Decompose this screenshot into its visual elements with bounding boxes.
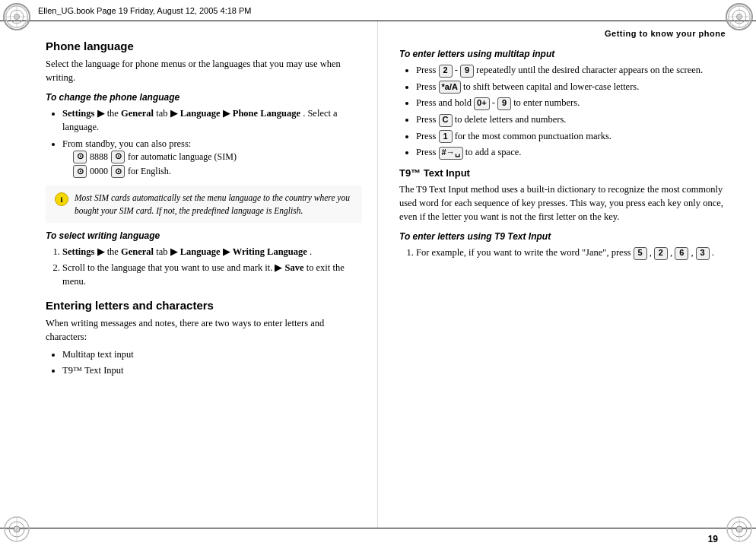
list-item: Press 1 for the most common punctuation …: [416, 129, 726, 144]
select-writing-list: Settings ▶ the General tab ▶ Language ▶ …: [53, 245, 362, 288]
key-6: 6: [675, 247, 688, 260]
standby-english: ⊙ 0000 ⊙ for English.: [73, 165, 362, 178]
key-ok-en: ⊙: [111, 165, 125, 178]
key-1: 1: [439, 130, 453, 143]
list-item: Press C to delete letters and numbers.: [416, 113, 726, 127]
t9-desc: The T9 Text Input method uses a built-in…: [399, 182, 726, 224]
list-item: Press *a/A to shift between capital and …: [416, 80, 726, 94]
t9-title: T9™ Text Input: [399, 167, 726, 179]
key-c: C: [439, 114, 453, 127]
key-0plus: 0+: [474, 97, 490, 110]
key-hash: #→␣: [439, 147, 463, 160]
content-area: Phone language Select the language for p…: [0, 21, 756, 528]
top-bar: Ellen_UG.book Page 19 Friday, August 12,…: [0, 0, 756, 21]
change-phone-list: Settings ▶ the General tab ▶ Language ▶ …: [53, 106, 362, 178]
list-item: Settings ▶ the General tab ▶ Language ▶ …: [62, 106, 362, 134]
t9-enter-list: For example, if you want to write the wo…: [407, 246, 726, 260]
change-phone-title: To change the phone language: [46, 92, 362, 103]
key-0000: ⊙: [73, 165, 87, 178]
phone-language-word: Phone Language: [233, 108, 300, 119]
multitap-title: To enter letters using multitap input: [399, 49, 726, 59]
bottom-bar: 19: [0, 528, 756, 549]
list-item: Press 2 - 9 repeatedly until the desired…: [416, 63, 726, 78]
right-column: Getting to know your phone To enter lett…: [378, 21, 756, 528]
key-8888: ⊙: [73, 151, 87, 163]
standby-sim: ⊙ 8888 ⊙ for automatic language (SIM): [73, 151, 362, 163]
multitap-list: Press 2 - 9 repeatedly until the desired…: [407, 63, 726, 160]
right-header: Getting to know your phone: [399, 29, 726, 38]
corner-decoration-br: [726, 516, 753, 546]
key-5: 5: [634, 247, 647, 260]
key-ok-sim: ⊙: [111, 151, 125, 163]
entering-title: Entering letters and characters: [46, 299, 362, 312]
language-word: Language: [180, 108, 221, 119]
left-column: Phone language Select the language for p…: [0, 21, 378, 528]
settings-word: Settings: [62, 108, 94, 119]
key-star: *a/A: [439, 81, 461, 94]
select-writing-title: To select writing language: [46, 230, 362, 241]
entering-list: Multitap text input T9™ Text Input: [53, 347, 362, 377]
list-item: Settings ▶ the General tab ▶ Language ▶ …: [62, 245, 362, 259]
corner-decoration-tl: [3, 3, 30, 30]
phone-language-desc: Select the language for phone menus or t…: [46, 57, 362, 84]
key-9: 9: [460, 65, 474, 78]
settings-label: Settings ▶ the General tab ▶ Language ▶ …: [62, 108, 338, 132]
list-item: T9™ Text Input: [62, 363, 362, 377]
list-item: Press #→␣ to add a space.: [416, 145, 726, 160]
list-item: Multitap text input: [62, 347, 362, 361]
t9-enter-title: To enter letters using T9 Text Input: [399, 231, 726, 242]
note-icon: i: [55, 192, 68, 206]
note-text: Most SIM cards automatically set the men…: [75, 192, 353, 216]
top-bar-text: Ellen_UG.book Page 19 Friday, August 12,…: [38, 6, 718, 15]
list-item: Press and hold 0+ - 9 to enter numbers.: [416, 96, 726, 110]
corner-decoration-tr: [726, 3, 753, 30]
corner-decoration-bl: [3, 516, 30, 546]
note-box: i Most SIM cards automatically set the m…: [46, 186, 362, 222]
general-word: General: [121, 108, 154, 119]
key-2: 2: [439, 65, 453, 78]
page-number: 19: [708, 534, 718, 544]
phone-language-title: Phone language: [46, 40, 362, 52]
list-item: From standby, you can also press: ⊙ 8888…: [62, 137, 362, 179]
list-item: Scroll to the language that you want to …: [62, 261, 362, 288]
key-9b: 9: [497, 97, 511, 110]
list-item: For example, if you want to write the wo…: [416, 246, 726, 260]
entering-desc: When writing messages and notes, there a…: [46, 316, 362, 344]
key-3: 3: [696, 247, 710, 260]
key-2c: 2: [654, 247, 668, 260]
